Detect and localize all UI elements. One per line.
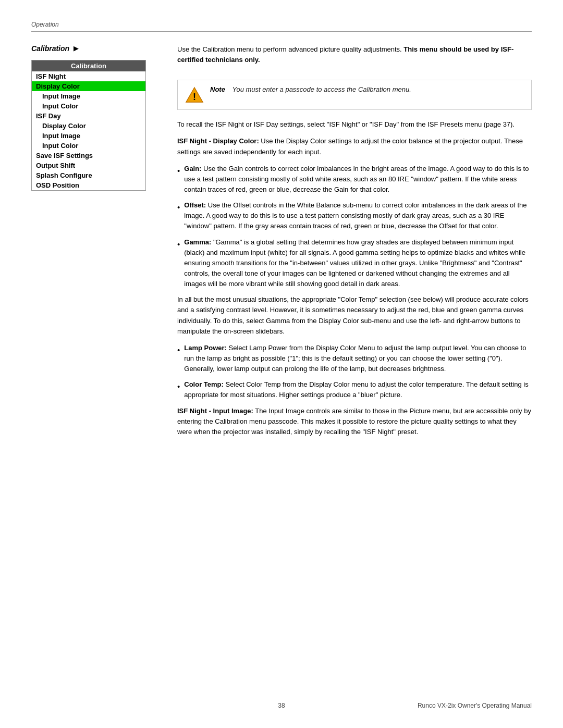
bullet-dot-5: • bbox=[177, 380, 180, 392]
isf-night-ii-lead: ISF Night - Input Image: bbox=[177, 407, 253, 415]
bullet-list-2: • Lamp Power: Select Lamp Power from the… bbox=[177, 343, 532, 401]
note-label: Note bbox=[210, 85, 225, 93]
menu-item-splash-configure[interactable]: Splash Configure bbox=[32, 170, 145, 180]
bullet-gain: • Gain: Use the Gain controls to correct… bbox=[177, 164, 532, 195]
svg-text:!: ! bbox=[193, 92, 196, 102]
color-temp-para: In all but the most unusual situations, … bbox=[177, 294, 532, 337]
bullet-offset: • Offset: Use the Offset controls in the… bbox=[177, 200, 532, 231]
content-area: Calibration ▶ Calibration ISF Night Disp… bbox=[31, 44, 532, 443]
intro-para: Use the Calibration menu to perform adva… bbox=[177, 44, 532, 65]
intro-row: Use the Calibration menu to perform adva… bbox=[177, 44, 532, 71]
bullet-dot-4: • bbox=[177, 344, 180, 356]
calibration-heading: Calibration bbox=[31, 44, 69, 53]
menu-item-isf-night[interactable]: ISF Night bbox=[32, 71, 145, 81]
menu-title: Calibration bbox=[32, 60, 145, 71]
right-column: Use the Calibration menu to perform adva… bbox=[167, 44, 532, 443]
footer-page-number: 38 bbox=[278, 702, 285, 709]
menu-item-display-color-2[interactable]: Display Color bbox=[32, 121, 145, 131]
intro-text-1: Use the Calibration menu to perform adva… bbox=[177, 45, 402, 53]
bullet-gamma-text: Gamma: "Gamma" is a global setting that … bbox=[184, 237, 532, 290]
calibration-arrow: ▶ bbox=[74, 44, 79, 52]
menu-item-osd-position[interactable]: OSD Position bbox=[32, 180, 145, 190]
bullet-color-temp-text: Color Temp: Select Color Temp from the D… bbox=[184, 379, 532, 400]
menu-item-input-color-1[interactable]: Input Color bbox=[32, 101, 145, 111]
warning-icon: ! bbox=[185, 85, 204, 104]
menu-item-input-image-2[interactable]: Input Image bbox=[32, 131, 145, 141]
left-column: Calibration ▶ Calibration ISF Night Disp… bbox=[31, 44, 167, 443]
page: Operation Calibration ▶ Calibration ISF … bbox=[0, 0, 563, 728]
bullet-color-temp: • Color Temp: Select Color Temp from the… bbox=[177, 379, 532, 400]
footer-right: Runco VX-2ix Owner's Operating Manual bbox=[418, 702, 532, 709]
note-content: Note You must enter a passcode to access… bbox=[210, 85, 411, 93]
recall-para: To recall the ISF Night or ISF Day setti… bbox=[177, 119, 532, 130]
calibration-label-row: Calibration ▶ bbox=[31, 44, 156, 53]
bullet-list-1: • Gain: Use the Gain controls to correct… bbox=[177, 164, 532, 290]
isf-night-input-image-para: ISF Night - Input Image: The Input Image… bbox=[177, 406, 532, 437]
isf-night-display-color-para: ISF Night - Display Color: Use the Displ… bbox=[177, 136, 532, 157]
bullet-lamp-power: • Lamp Power: Select Lamp Power from the… bbox=[177, 343, 532, 374]
intro-text-block: Use the Calibration menu to perform adva… bbox=[177, 44, 532, 71]
bullet-offset-text: Offset: Use the Offset controls in the W… bbox=[184, 200, 532, 231]
menu-item-isf-day[interactable]: ISF Day bbox=[32, 111, 145, 121]
note-text: You must enter a passcode to access the … bbox=[232, 85, 411, 93]
menu-item-output-shift[interactable]: Output Shift bbox=[32, 161, 145, 170]
bullet-gain-text: Gain: Use the Gain controls to correct c… bbox=[184, 164, 532, 195]
bullet-gamma: • Gamma: "Gamma" is a global setting tha… bbox=[177, 237, 532, 290]
breadcrumb: Operation bbox=[31, 21, 532, 28]
isf-night-dc-lead: ISF Night - Display Color: bbox=[177, 137, 259, 145]
bullet-dot-1: • bbox=[177, 165, 180, 177]
menu-item-display-color-1[interactable]: Display Color bbox=[32, 81, 145, 91]
bullet-dot-2: • bbox=[177, 201, 180, 213]
menu-box: Calibration ISF Night Display Color Inpu… bbox=[31, 60, 146, 191]
note-box: ! Note You must enter a passcode to acce… bbox=[177, 80, 532, 110]
menu-item-input-color-2[interactable]: Input Color bbox=[32, 141, 145, 151]
menu-item-input-image-1[interactable]: Input Image bbox=[32, 91, 145, 101]
top-rule bbox=[31, 31, 532, 32]
bullet-lamp-power-text: Lamp Power: Select Lamp Power from the D… bbox=[184, 343, 532, 374]
bullet-dot-3: • bbox=[177, 238, 180, 250]
menu-item-save-isf[interactable]: Save ISF Settings bbox=[32, 151, 145, 161]
